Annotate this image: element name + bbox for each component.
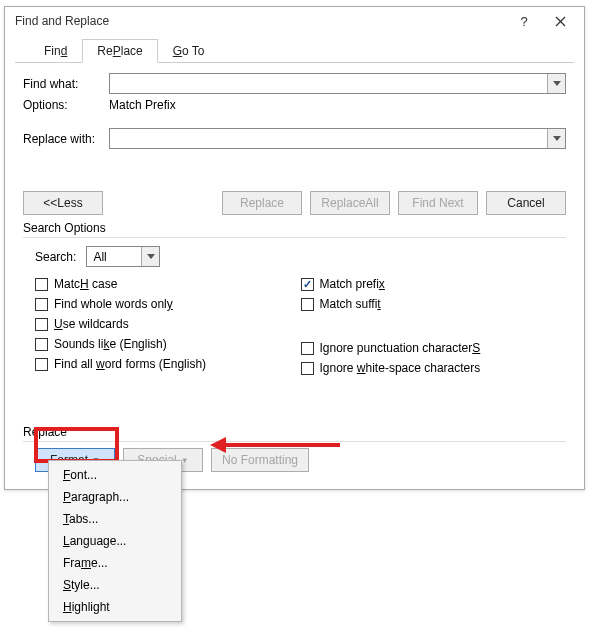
close-icon (555, 16, 566, 27)
menu-item-frame[interactable]: Frame... (49, 552, 181, 574)
tab-goto[interactable]: Go To (158, 39, 220, 63)
cancel-button[interactable]: Cancel (486, 191, 566, 215)
replace-with-dropdown[interactable] (547, 129, 565, 148)
menu-item-highlight[interactable]: Highlight (49, 596, 181, 618)
less-button[interactable]: << Less (23, 191, 103, 215)
match-prefix-checkbox[interactable]: Match prefix (301, 277, 567, 291)
tab-strip: Find RePlace Go To (15, 39, 574, 63)
form-area: Find what: Options: Match Prefix Replace… (5, 63, 584, 149)
search-options-label: Search Options (23, 221, 566, 235)
tab-replace[interactable]: RePlace (82, 39, 157, 63)
tab-find[interactable]: Find (29, 39, 82, 63)
divider (23, 237, 566, 238)
menu-item-style[interactable]: Style... (49, 574, 181, 596)
titlebar: Find and Replace ? (5, 7, 584, 35)
ignore-punct-checkbox[interactable]: Ignore punctuation characterS (301, 341, 567, 355)
sounds-like-checkbox[interactable]: Sounds like (English) (35, 337, 301, 351)
chevron-down-icon (553, 81, 561, 86)
action-buttons: << Less Replace Replace All Find Next Ca… (5, 191, 584, 215)
replace-with-input[interactable] (109, 128, 566, 149)
wildcards-checkbox[interactable]: Use wildcards (35, 317, 301, 331)
chevron-down-icon (553, 136, 561, 141)
search-direction-arrow[interactable] (141, 247, 159, 266)
replace-with-label: Replace with: (23, 132, 109, 146)
menu-item-tabs[interactable]: Tabs... (49, 508, 181, 530)
whole-words-checkbox[interactable]: Find whole words only (35, 297, 301, 311)
find-what-input[interactable] (109, 73, 566, 94)
find-replace-dialog: Find and Replace ? Find RePlace Go To Fi… (4, 6, 585, 490)
options-label: Options: (23, 98, 109, 112)
replace-button[interactable]: Replace (222, 191, 302, 215)
word-forms-checkbox[interactable]: Find all word forms (English) (35, 357, 301, 371)
search-direction-select[interactable]: All (86, 246, 160, 267)
match-suffix-checkbox[interactable]: Match suffit (301, 297, 567, 311)
menu-item-paragraph[interactable]: Paragraph... (49, 486, 181, 508)
close-button[interactable] (542, 10, 578, 32)
match-case-checkbox[interactable]: MatcH case (35, 277, 301, 291)
search-direction-label: Search: (35, 250, 76, 264)
divider (23, 441, 566, 442)
no-formatting-button[interactable]: No Formatting (211, 448, 309, 472)
find-what-label: Find what: (23, 77, 109, 91)
replace-section-label: Replace (23, 425, 566, 439)
search-direction-value: All (93, 250, 106, 264)
help-button[interactable]: ? (506, 10, 542, 32)
find-what-dropdown[interactable] (547, 74, 565, 93)
find-next-button[interactable]: Find Next (398, 191, 478, 215)
options-value: Match Prefix (109, 98, 176, 112)
dialog-title: Find and Replace (15, 14, 506, 28)
ignore-whitespace-checkbox[interactable]: Ignore white-space characters (301, 361, 567, 375)
replace-all-button[interactable]: Replace All (310, 191, 390, 215)
chevron-down-icon (147, 254, 155, 259)
menu-item-font[interactable]: Font... (49, 464, 181, 486)
menu-item-language[interactable]: Language... (49, 530, 181, 552)
format-menu: Font... Paragraph... Tabs... Language...… (48, 460, 182, 622)
